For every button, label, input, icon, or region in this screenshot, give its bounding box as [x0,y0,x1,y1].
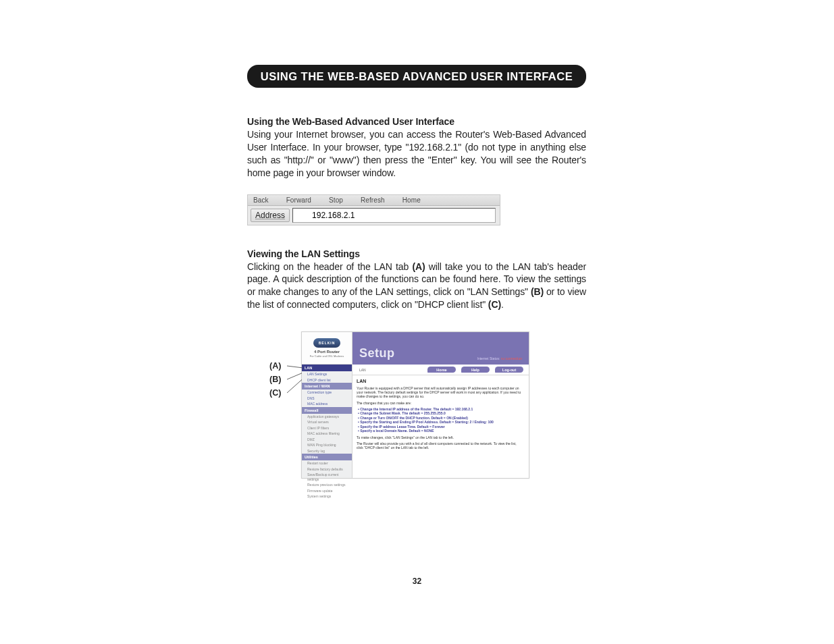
router-header-title: Setup [359,346,395,360]
nav-head-wan[interactable]: Internet / WAN [302,383,352,390]
nav-util-item[interactable]: Restore factory defaults [302,466,352,473]
toolbar-stop: Stop [329,196,343,204]
nav-fw-item[interactable]: Virtual servers [302,419,352,425]
browser-address-bar-figure: Back Forward Stop Refresh Home Address [247,194,500,225]
paragraph-viewing-lan: Clicking on the header of the LAN tab (A… [247,261,586,312]
nav-head-lan[interactable]: LAN [302,365,352,371]
panel-changes-intro: The changes that you can make are: [357,401,523,405]
nav-dhcp-client-list[interactable]: DHCP client list [302,377,352,383]
nav-mac-address[interactable]: MAC address [302,401,352,407]
internet-status: Internet Status: no connection [477,356,522,360]
breadcrumb-lan: LAN [358,368,366,372]
toolbar-back: Back [253,196,269,204]
nav-fw-item[interactable]: DMZ [302,437,352,443]
svg-line-0 [287,366,303,368]
page-number: 32 [0,576,834,586]
belkin-logo: BELKIN [313,338,340,348]
panel-note-1: To make changes, click "LAN Settings" on… [357,435,523,439]
nav-fw-item[interactable]: Client IP filters [302,425,352,431]
nav-util-item[interactable]: System settings [302,493,352,500]
nav-dns[interactable]: DNS [302,396,352,402]
section-title-bar: USING THE WEB-BASED ADVANCED USER INTERF… [247,65,586,88]
paragraph-using-interface: Using your Internet browser, you can acc… [247,128,586,180]
home-button[interactable]: Home [427,367,456,373]
router-header: Setup Internet Status: no connection [353,332,529,365]
nav-head-utilities[interactable]: Utilities [302,454,352,460]
product-subtitle: For Cable and DSL Modems [310,354,344,358]
nav-fw-item[interactable]: WAN Ping blocking [302,442,352,448]
panel-note-2: The Router will also provide you with a … [357,441,523,450]
router-main-panel: Setup Internet Status: no connection LAN… [353,332,529,478]
nav-util-item[interactable]: Restore previous settings [302,482,352,488]
heading-using-interface: Using the Web-Based Advanced User Interf… [247,116,586,127]
router-button-row: LAN Home Help Log-out [353,365,529,375]
nav-head-firewall[interactable]: Firewall [302,407,352,414]
callout-label-c: (C) [269,386,281,400]
callout-c-inline: (C) [488,299,501,310]
internet-status-value: no connection [501,356,522,360]
address-label: Address [251,209,290,222]
panel-title-lan: LAN [357,379,523,385]
nav-connection-type[interactable]: Connection type [302,390,352,396]
callout-a-inline: (A) [412,261,425,272]
nav-fw-item[interactable]: MAC address filtering [302,431,352,437]
logout-button[interactable]: Log-out [495,367,523,373]
router-body: LAN Your Router is equipped with a DHCP … [353,375,529,453]
nav-fw-item[interactable]: Security log [302,448,352,454]
help-button[interactable]: Help [461,367,490,373]
nav-util-item[interactable]: Save/Backup current settings [302,472,352,482]
toolbar-forward: Forward [286,196,311,204]
nav-lan-settings[interactable]: LAN Settings [302,371,352,377]
toolbar-home: Home [402,196,421,204]
address-input[interactable] [292,208,496,223]
browser-toolbar: Back Forward Stop Refresh Home [248,195,500,206]
heading-viewing-lan: Viewing the LAN Settings [247,248,586,259]
toolbar-refresh: Refresh [361,196,385,204]
callout-label-b: (B) [269,373,281,386]
callout-b-inline: (B) [531,286,544,297]
router-sidebar: BELKIN 4 Port Router For Cable and DSL M… [302,332,353,478]
nav-util-item[interactable]: Firmware update [302,488,352,494]
product-name: 4 Port Router [314,350,340,354]
panel-intro: Your Router is equipped with a DHCP serv… [357,386,523,399]
router-setup-screenshot: (A) (B) (C) BELKIN 4 Port Router For Cab… [301,331,529,479]
panel-bullet: • Specify a local Domain Name. Default =… [358,429,523,433]
nav-util-item[interactable]: Restart router [302,460,352,466]
nav-fw-item[interactable]: Application gateways [302,414,352,420]
belkin-logo-area: BELKIN 4 Port Router For Cable and DSL M… [302,332,352,365]
callout-label-a: (A) [269,359,281,373]
callout-labels: (A) (B) (C) [269,359,281,400]
